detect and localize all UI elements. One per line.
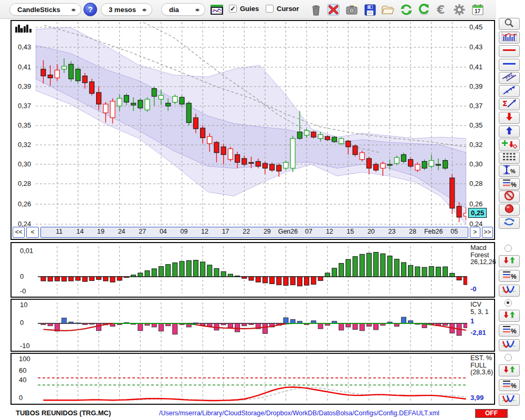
forbid-button[interactable] — [499, 191, 520, 203]
cursor-checkbox[interactable]: Cursor — [266, 5, 299, 13]
stoch-select-radio[interactable] — [505, 354, 512, 361]
red-line-icon — [501, 45, 517, 57]
price-volume-icon — [501, 32, 517, 44]
open-folder-icon[interactable] — [381, 3, 395, 17]
status-bar: TUBOS REUNIDOS (TRG.MC) /Users/mserra/Li… — [0, 407, 525, 420]
price-tick-label: 0,45 — [469, 23, 482, 31]
macd-tick-label: 0 — [20, 272, 24, 280]
timeframe-select[interactable]: dia — [161, 3, 205, 16]
refresh-icon[interactable] — [399, 3, 414, 17]
sigma-trend-button[interactable]: Σ — [499, 98, 520, 110]
camera-icon[interactable] — [344, 3, 359, 17]
price-tick-label: 0,43 — [18, 43, 31, 51]
measure-percent-button[interactable]: % — [499, 165, 520, 177]
macd-lines-percent-button[interactable]: % — [499, 270, 520, 282]
macd-panel: Histgrama MACD MacdForest26,12,26 -0 0,0… — [10, 242, 495, 298]
off-toggle-button[interactable]: OFF — [475, 409, 508, 418]
price-tick-label: 0,35 — [18, 121, 31, 129]
price-tick-label: 0,30 — [18, 160, 31, 168]
sync-icon[interactable] — [417, 3, 432, 17]
levels-icon — [501, 152, 517, 164]
record-button[interactable] — [499, 204, 520, 216]
icv-plot[interactable] — [38, 302, 467, 350]
date-label: 24 — [118, 228, 125, 235]
stoch-value: 3,99 — [470, 394, 484, 402]
candlestick-plot[interactable] — [36, 22, 466, 227]
stochastic-plot[interactable] — [38, 356, 467, 403]
nav-prev-button[interactable]: < — [26, 227, 38, 238]
last-price-tag: 0,25 — [468, 208, 487, 218]
arrow-down-button[interactable] — [499, 112, 520, 124]
nav-first-button[interactable]: << — [13, 227, 25, 238]
updown-arrows-icon — [501, 255, 517, 267]
gear-icon[interactable] — [452, 3, 467, 17]
help-button[interactable]: ? — [83, 3, 97, 16]
tool-sidebar: Σ%%%%% — [496, 0, 525, 420]
symbol-label: TUBOS REUNIDOS (TRG.MC) — [16, 409, 111, 417]
nav-last-button[interactable]: >> — [482, 227, 494, 238]
arrow-up-button[interactable] — [499, 125, 520, 138]
period-select[interactable]: 3 mesos — [101, 3, 152, 16]
calendar-icon[interactable]: 17 — [470, 3, 485, 17]
date-strip[interactable]: 1114192427040912172229Gen26071215202328F… — [40, 227, 468, 238]
macd-updown-arrows-button[interactable] — [499, 255, 520, 267]
price-volume-button[interactable] — [499, 32, 520, 44]
chart-config-icon[interactable] — [209, 3, 224, 17]
checkbox-check-icon: ✓ — [229, 5, 237, 13]
trendline-button[interactable] — [499, 85, 520, 97]
macd-plot[interactable] — [38, 246, 467, 293]
price-tick-label: 0,35 — [469, 121, 482, 129]
config-path-link[interactable]: /Users/mserra/Library/CloudStorage/Dropb… — [131, 410, 467, 417]
trendline-icon — [501, 85, 517, 97]
stoch-updown-arrows-button[interactable] — [499, 364, 520, 376]
macd-select-radio[interactable] — [505, 245, 512, 252]
nav-next-button[interactable]: > — [470, 227, 480, 238]
price-tick-label: 0,28 — [18, 180, 31, 187]
svg-text:%: % — [511, 328, 517, 334]
date-label: 12 — [326, 228, 333, 235]
euro-icon[interactable]: € — [434, 3, 449, 17]
svg-text:€: € — [436, 3, 445, 16]
zoom-button[interactable] — [499, 18, 520, 30]
stoch-tick-label: 40 — [19, 376, 26, 384]
guies-checkbox[interactable]: ✓ Guies — [229, 5, 259, 13]
blue-line-icon — [501, 59, 517, 71]
swap-icon — [501, 217, 517, 229]
icv-tick-label: 10 — [20, 301, 27, 309]
cursor-label: Cursor — [277, 5, 299, 13]
date-label: 09 — [180, 228, 187, 235]
chart-application-window: CandleSticks ? 3 mesos dia ✓ Guies Curso… — [0, 0, 525, 420]
swap-button[interactable] — [499, 217, 520, 229]
guies-label: Guies — [240, 5, 259, 13]
chart-type-select[interactable]: CandleSticks — [9, 3, 81, 16]
chart-type-value: CandleSticks — [17, 6, 60, 14]
icv-curves-button[interactable] — [499, 339, 520, 351]
channel-button[interactable] — [499, 72, 520, 84]
svg-text:%: % — [511, 273, 517, 280]
stoch-curves-button[interactable] — [499, 394, 520, 406]
price-tick-label: 0,41 — [18, 63, 31, 71]
delete-icon[interactable] — [326, 3, 341, 17]
date-label: 29 — [264, 228, 271, 235]
lines-percent-icon: % — [501, 379, 517, 391]
icv-lines-percent-button[interactable]: % — [499, 324, 520, 337]
icv-updown-arrows-button[interactable] — [499, 310, 520, 322]
macd-curves-button[interactable] — [499, 285, 520, 297]
price-tick-label: 0,41 — [469, 63, 482, 71]
price-tick-label: 0,32 — [18, 141, 31, 149]
price-tick-label: 0,37 — [469, 102, 482, 110]
date-label: 23 — [388, 228, 395, 235]
lines-percent-button[interactable]: % — [499, 178, 520, 190]
date-label: 27 — [139, 228, 146, 235]
stoch-lines-percent-button[interactable]: % — [499, 379, 520, 391]
blue-line-button[interactable] — [499, 59, 520, 71]
levels-button[interactable] — [499, 152, 520, 164]
icv-select-radio[interactable] — [505, 299, 512, 307]
macd-params-label: MacdForest26,12,26 — [470, 245, 496, 266]
red-line-button[interactable] — [499, 45, 520, 57]
signals-button[interactable] — [499, 139, 520, 151]
checkbox-check-icon — [266, 5, 274, 13]
sigma-trend-icon: Σ — [501, 98, 517, 110]
trash-icon[interactable] — [309, 3, 323, 17]
save-icon[interactable] — [363, 3, 377, 17]
